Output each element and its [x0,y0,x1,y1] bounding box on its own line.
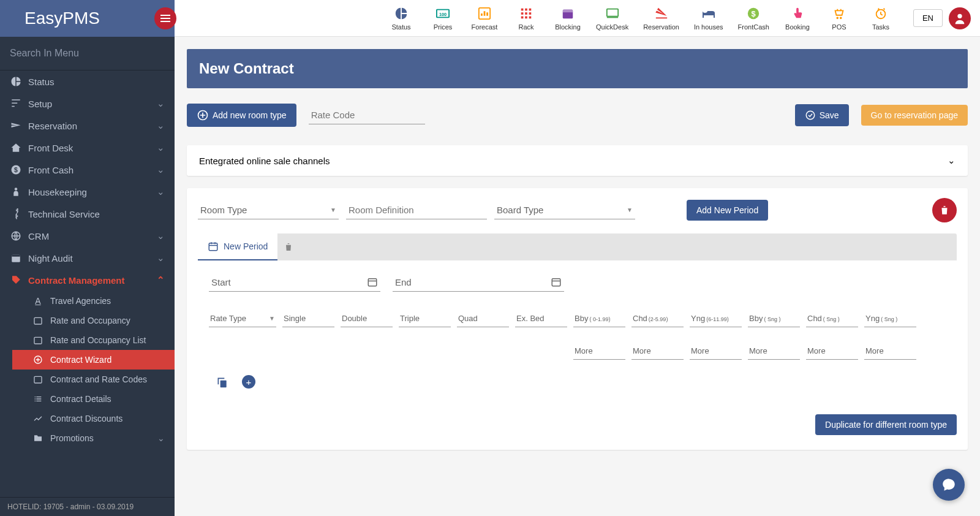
board-type-select[interactable]: Board Type▼ [494,201,635,219]
chevron-down-icon: ⌄ [157,98,165,109]
sidebar-item-contractratecodes[interactable]: Contract and Rate Codes [12,370,175,389]
rate-code-input[interactable] [309,106,425,124]
channels-accordion[interactable]: Entegrated online sale channels ⌄ [187,145,968,176]
more-label: More [691,346,709,355]
sidebar-item-frontcash[interactable]: $ Front Cash ⌄ [0,159,175,181]
rate-bby1-input[interactable]: Bby( 0-1.99) [573,310,625,327]
chat-bubble-button[interactable] [933,469,965,501]
more-input[interactable]: More [806,343,858,360]
rate-bby2-input[interactable]: Bby( Sng ) [748,310,800,327]
topnav-right: EN [904,7,980,29]
add-room-type-button[interactable]: Add new room type [187,104,296,127]
search-menu-input[interactable]: Search In Menu [0,37,175,70]
rate-quad-input[interactable]: Quad [457,310,509,327]
sidebar-item-nightaudit[interactable]: Night Audit ⌄ [0,247,175,269]
sidebar-item-technical[interactable]: Technical Service [0,203,175,225]
rate-triple-input[interactable]: Triple [399,310,451,327]
user-avatar[interactable] [949,7,971,29]
rate-exbed-input[interactable]: Ex. Bed [515,310,567,327]
nav-label: Night Audit [28,253,73,264]
more-input[interactable]: More [864,343,916,360]
menu-toggle-button[interactable] [154,7,176,29]
nav-label: Housekeeping [28,187,87,197]
sidebar-item-housekeeping[interactable]: Housekeeping ⌄ [0,181,175,203]
copy-icon [216,376,228,389]
select-label: Board Type [497,205,627,215]
sidebar-item-contractdiscounts[interactable]: Contract Discounts [12,409,175,428]
duplicate-button[interactable]: Duplicate for different room type [815,414,957,435]
topnav-item-frontcash[interactable]: $FrontCash [733,5,774,32]
more-input[interactable]: More [748,343,800,360]
svg-rect-15 [529,8,532,10]
coin-icon: $ [746,6,761,21]
topnav: Status 100Prices Forecast Rack Blocking … [175,0,980,37]
more-input[interactable]: More [690,343,742,360]
delete-room-button[interactable] [932,198,957,222]
sidebar-item-contractmgmt[interactable]: Contract Management ⌃ [0,269,175,291]
col-label: Ex. Bed [516,314,545,323]
topnav-item-tasks[interactable]: Tasks [862,5,899,32]
btn-label: Add new room type [213,110,287,120]
rate-type-select[interactable]: Rate Type▼ [209,310,276,327]
trash-icon [284,242,293,252]
topnav-item-pos[interactable]: POS [821,5,858,32]
rate-chd1-input[interactable]: Chd(2-5.99) [631,310,684,327]
sidebar-item-crm[interactable]: CRM ⌄ [0,225,175,247]
topnav-item-inhouses[interactable]: In houses [689,5,728,32]
calendar-icon [32,374,44,384]
topnav-item-prices[interactable]: 100Prices [424,5,461,32]
rate-single-input[interactable]: Single [282,310,334,327]
svg-rect-6 [34,317,42,324]
goto-reservation-button[interactable]: Go to reservation page [861,105,968,126]
sidebar-item-promotions[interactable]: Promotions ⌄ [12,428,175,448]
rate-double-input[interactable]: Double [341,310,393,327]
copy-button[interactable] [215,375,230,390]
accordion-header[interactable]: Entegrated online sale channels ⌄ [187,145,968,176]
language-select[interactable]: EN [913,9,943,27]
more-input[interactable]: More [573,343,625,360]
nav-label: Reservation [28,121,77,131]
rate-yng2-input[interactable]: Yng( Sng ) [864,310,916,327]
topnav-item-quickdesk[interactable]: QuickDesk [591,5,633,32]
sidebar-item-setup[interactable]: Setup ⌄ [0,93,175,115]
add-row-button[interactable]: + [242,375,255,389]
rate-chd2-input[interactable]: Chd( Sng ) [806,310,858,327]
plus-icon: + [246,377,252,387]
start-date-input[interactable]: Start [209,273,380,292]
plus-circle-icon [32,355,44,365]
room-type-select[interactable]: Room Type▼ [198,201,339,219]
svg-rect-13 [521,8,524,10]
sidebar-item-status[interactable]: Status [0,70,175,93]
svg-rect-33 [552,279,560,286]
rate-yng1-input[interactable]: Yng(6-11.99) [690,310,742,327]
a-icon: A [32,296,44,306]
sidebar-item-reservation[interactable]: Reservation ⌄ [0,115,175,137]
col-sup: (6-11.99) [706,316,729,322]
icon-row: + [209,375,946,390]
save-button[interactable]: Save [795,104,849,126]
sidebar-item-contractdetails[interactable]: Contract Details [12,389,175,409]
plane-icon [10,120,22,131]
more-input[interactable]: More [631,343,684,360]
topnav-item-status[interactable]: Status [383,5,420,32]
sidebar-item-rateoccupancylist[interactable]: Rate and Occupancy List [12,330,175,350]
nav-list: Status Setup ⌄ Reservation ⌄ Front Desk … [0,70,175,497]
tab-new-period[interactable]: New Period [198,233,277,260]
end-date-input[interactable]: End [393,273,564,292]
sidebar-item-agencies[interactable]: A Travel Agencies [12,291,175,311]
chevron-down-icon: ⌄ [157,252,165,264]
topnav-item-rack[interactable]: Rack [508,5,545,32]
sidebar-item-frontdesk[interactable]: Front Desk ⌄ [0,137,175,159]
col-pre: Chd [633,314,647,323]
room-definition-input[interactable] [346,201,487,219]
topnav-item-forecast[interactable]: Forecast [466,5,503,32]
topnav-item-booking[interactable]: Booking [779,5,816,32]
add-new-period-button[interactable]: Add New Period [687,200,768,221]
topnav-label: Booking [785,23,810,31]
topnav-item-blocking[interactable]: Blocking [549,5,586,32]
topnav-item-reservation[interactable]: Reservation [638,5,684,32]
sidebar-item-contractwizard[interactable]: Contract Wizard [12,350,175,370]
sidebar-item-rateoccupancy[interactable]: Rate and Occupancy [12,311,175,330]
tag-icon [10,275,22,286]
delete-period-button[interactable] [277,242,300,252]
